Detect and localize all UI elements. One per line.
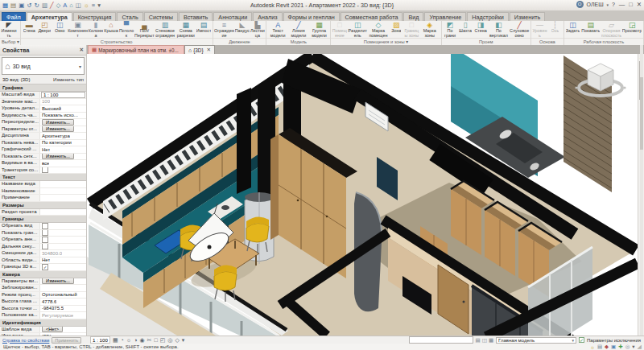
- print-icon[interactable]: ▥: [42, 1, 47, 10]
- view-tab-plan[interactable]: ▦ Маркировочный план на отм. ±0...: [88, 45, 184, 54]
- measure-icon[interactable]: ╱: [50, 1, 54, 10]
- ribbon-tool-room-tag[interactable]: ◇Марка помещения: [368, 21, 389, 38]
- drawing-area[interactable]: [87, 54, 638, 336]
- ribbon-tool-viewer[interactable]: ◲Просмотр: [621, 21, 642, 38]
- help-icon[interactable]: ?: [612, 2, 615, 7]
- reveal-hidden-icon[interactable]: ◇: [175, 336, 179, 344]
- show-crop-icon[interactable]: □: [154, 336, 157, 344]
- ribbon-tool-modify[interactable]: ◤Изменить: [1, 21, 17, 38]
- status-icon[interactable]: ◆: [605, 344, 609, 350]
- status-icon[interactable]: ▤: [597, 344, 602, 350]
- ribbon-tab-massing[interactable]: Формы и генплан: [283, 12, 340, 21]
- visual-style-icon[interactable]: ◔: [121, 336, 124, 344]
- thin-lines-icon[interactable]: ≡: [92, 1, 95, 10]
- ribbon-tool-column[interactable]: ▮Колонна: [88, 21, 103, 38]
- ribbon-tab-annotate[interactable]: Аннотации: [213, 12, 252, 21]
- property-checkbox[interactable]: [42, 244, 48, 250]
- tag-icon[interactable]: ◇: [56, 1, 60, 10]
- detail-level-icon[interactable]: ▦: [113, 336, 118, 344]
- property-edit-button[interactable]: Изменить...: [42, 278, 74, 285]
- property-checkbox[interactable]: [42, 230, 48, 237]
- design-options-select[interactable]: Главная модель ▾: [496, 337, 576, 344]
- property-checkbox[interactable]: [42, 167, 48, 174]
- ribbon-tool-by-face[interactable]: ◩По грани: [443, 21, 458, 38]
- ribbon-tool-roof[interactable]: ⌂Крыша: [103, 21, 118, 38]
- temp-view-icon[interactable]: ▾: [182, 336, 185, 344]
- ribbon-tab-view[interactable]: Вид: [403, 12, 423, 21]
- ribbon-tab-modify[interactable]: Изменить: [510, 12, 545, 21]
- property-edit-button[interactable]: Изменить...: [42, 126, 74, 133]
- qat-dropdown-icon[interactable]: ▾: [97, 1, 101, 10]
- 3d-view[interactable]: [87, 54, 638, 336]
- property-section-header[interactable]: Текст: [0, 174, 86, 181]
- redo-icon[interactable]: ↻: [35, 1, 39, 10]
- property-section-header[interactable]: Идентификация: [0, 319, 86, 327]
- close-icon[interactable]: ✕: [80, 47, 84, 53]
- app-icon[interactable]: ▦: [2, 1, 8, 10]
- text-icon[interactable]: A: [63, 1, 67, 10]
- view-tab-3d[interactable]: ⌂ {3D} ✕: [184, 45, 215, 54]
- status-icon[interactable]: ☼: [590, 344, 595, 350]
- ribbon-tool-room-separator[interactable]: ◫Разделитель помещений: [347, 21, 368, 38]
- ribbon-tab-steel[interactable]: Сталь: [117, 12, 142, 21]
- ribbon-tool-vertical[interactable]: ◧По вертикали: [489, 21, 510, 38]
- ribbon-tool-railing[interactable]: ≡Ограждение: [214, 21, 235, 38]
- property-section-header[interactable]: Графика: [0, 84, 86, 92]
- temp-hide-icon[interactable]: ◎: [167, 336, 172, 344]
- ribbon-tool-ceiling[interactable]: ▀Потолок: [119, 21, 134, 38]
- ribbon-tool-door[interactable]: ◰Двери: [37, 21, 52, 38]
- property-edit-button[interactable]: Изменить...: [42, 154, 74, 160]
- property-edit-button[interactable]: <Нет>: [42, 327, 63, 333]
- ribbon-tool-shaft[interactable]: ▯Шахта: [458, 21, 473, 38]
- ribbon-tool-stair[interactable]: ▙Лестница: [250, 21, 265, 38]
- ribbon-tab-systems[interactable]: Системы: [144, 12, 178, 21]
- scale-control[interactable]: 1 : 100: [90, 336, 110, 344]
- property-section-header[interactable]: Размеры: [0, 202, 86, 209]
- close-icon[interactable]: ✕: [207, 47, 211, 53]
- editable-only-icon[interactable]: ◫: [482, 337, 487, 344]
- shadows-icon[interactable]: ◑: [134, 336, 137, 344]
- apply-button[interactable]: Применить: [52, 337, 81, 344]
- palette-scrollbar[interactable]: [640, 45, 643, 336]
- ribbon-tab-architecture[interactable]: Архитектура: [27, 12, 72, 21]
- ribbon-tab-addins[interactable]: Надстройки: [467, 12, 508, 21]
- ribbon-tool-window[interactable]: ◫Окно: [52, 21, 68, 38]
- ribbon-tool-wall-opening[interactable]: ◨Стена: [473, 21, 489, 38]
- link-icon[interactable]: ▦: [489, 337, 493, 344]
- section-box-icon[interactable]: ◰: [160, 336, 166, 344]
- open-icon[interactable]: ▤: [10, 1, 16, 10]
- ribbon-tab-collaborate[interactable]: Совместная работа: [341, 12, 403, 21]
- user-avatar[interactable]: О: [576, 1, 584, 8]
- user-name[interactable]: ОЛЕШ: [587, 2, 604, 7]
- type-selector[interactable]: ⌂ 3D вид ▾: [2, 57, 85, 75]
- property-input[interactable]: 1 : 100: [41, 92, 85, 98]
- ribbon-tool-set-plane[interactable]: ◫Задать: [565, 21, 580, 38]
- status-icon[interactable]: ◎: [625, 344, 630, 350]
- ribbon-tool-wall[interactable]: ▬Стена: [22, 21, 37, 38]
- ribbon-tool-area[interactable]: ▨Зона: [389, 21, 404, 38]
- ribbon-tool-show-plane[interactable]: ▤Показать: [580, 21, 601, 38]
- ribbon-tool-model-text[interactable]: AТекст модели: [267, 21, 288, 38]
- restore-button[interactable]: □: [629, 1, 633, 8]
- ribbon-tool-dormer[interactable]: ╱Слуховое окно: [509, 21, 530, 38]
- sun-icon[interactable]: ☼: [84, 1, 89, 10]
- status-search-field[interactable]: [409, 336, 473, 344]
- status-icon[interactable]: ✚: [618, 344, 622, 350]
- minimize-button[interactable]: —: [619, 1, 625, 8]
- close-button[interactable]: ✕: [637, 1, 642, 8]
- edit-type-link[interactable]: Изменить тип: [53, 77, 84, 82]
- ribbon-tool-ramp[interactable]: ◣Пандус: [234, 21, 250, 38]
- properties-help-link[interactable]: Справка по свойствам: [2, 338, 49, 343]
- ribbon-tab-structure[interactable]: Конструкция: [73, 12, 117, 21]
- sun-path-icon[interactable]: ☼: [126, 336, 131, 344]
- crop-view-icon[interactable]: ✂: [147, 336, 152, 344]
- property-edit-button[interactable]: Изменить...: [42, 119, 74, 126]
- ribbon-tab-manage[interactable]: Управление: [424, 12, 466, 21]
- ribbon-tab-insert[interactable]: Вставить: [179, 12, 213, 21]
- resize-grip-icon[interactable]: ◢: [638, 344, 642, 350]
- property-section-header[interactable]: Камера: [0, 271, 86, 278]
- undo-icon[interactable]: ↺: [27, 1, 31, 10]
- worksharing-display-icon[interactable]: ▤: [476, 337, 481, 344]
- ribbon-tool-mullion[interactable]: ▤Импост: [196, 21, 212, 38]
- exclude-options-checkbox[interactable]: ✓: [579, 337, 584, 343]
